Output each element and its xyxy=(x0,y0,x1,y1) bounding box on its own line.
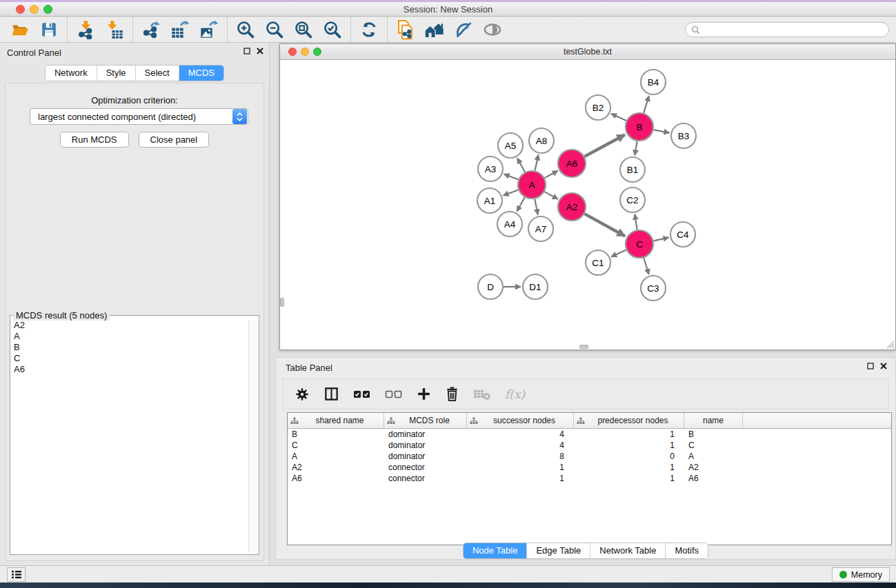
cell-predecessor-nodes[interactable]: 1 xyxy=(574,429,684,439)
graph-edge-A-A6[interactable] xyxy=(545,171,558,178)
mcds-result-item[interactable]: A xyxy=(14,331,248,342)
cell-shared-name[interactable]: C xyxy=(288,440,384,450)
column-header-name[interactable]: name xyxy=(684,413,743,428)
graph-node-A7[interactable]: A7 xyxy=(528,216,553,241)
show-hide-button[interactable] xyxy=(478,18,507,41)
cell-MCDS-role[interactable]: dominator xyxy=(384,452,467,461)
table-row-A6[interactable]: A6connector11A6 xyxy=(288,473,891,484)
cell-shared-name[interactable]: A2 xyxy=(288,463,384,472)
graph-edge-A-A5[interactable] xyxy=(517,158,525,172)
clear-selection-icon[interactable] xyxy=(385,389,403,400)
mcds-result-list[interactable]: A2ABCA6 xyxy=(11,320,248,554)
cell-predecessor-nodes[interactable]: 1 xyxy=(574,474,684,483)
table-row-B[interactable]: Bdominator41B xyxy=(288,429,891,440)
cell-name[interactable]: B xyxy=(684,429,743,439)
cell-successor-nodes[interactable]: 4 xyxy=(467,440,574,450)
column-header-MCDS-role[interactable]: MCDS role xyxy=(384,413,467,428)
table-settings-icon[interactable] xyxy=(295,387,310,402)
table-header-row[interactable]: shared nameMCDS rolesuccessor nodesprede… xyxy=(288,413,891,429)
mcds-result-item[interactable]: B xyxy=(14,342,248,353)
cell-name[interactable]: A2 xyxy=(684,463,743,472)
cell-shared-name[interactable]: B xyxy=(288,429,384,439)
network-window-titlebar[interactable]: testGlobe.txt xyxy=(280,44,895,60)
graph-node-A1[interactable]: A1 xyxy=(477,188,502,213)
tab-style[interactable]: Style xyxy=(97,65,136,81)
search-input[interactable] xyxy=(700,24,883,35)
graph-node-A8[interactable]: A8 xyxy=(529,128,554,153)
mcds-result-item[interactable]: C xyxy=(14,353,248,364)
tab-motifs[interactable]: Motifs xyxy=(666,543,708,558)
cell-shared-name[interactable]: A xyxy=(288,452,384,461)
graph-edge-C-C2[interactable] xyxy=(635,214,637,230)
zoom-selected-button[interactable] xyxy=(318,18,347,41)
float-panel-icon[interactable] xyxy=(243,48,250,54)
cell-successor-nodes[interactable]: 8 xyxy=(467,452,574,461)
tab-network[interactable]: Network xyxy=(46,65,97,81)
graph-node-A2[interactable]: A2 xyxy=(558,193,586,221)
tab-mcds[interactable]: MCDS xyxy=(179,65,223,81)
cell-predecessor-nodes[interactable]: 1 xyxy=(574,463,684,472)
open-session-button[interactable] xyxy=(6,18,34,41)
task-history-button[interactable] xyxy=(7,567,26,582)
column-header-successor-nodes[interactable]: successor nodes xyxy=(467,413,574,428)
export-network-button[interactable] xyxy=(137,18,166,41)
cell-predecessor-nodes[interactable]: 0 xyxy=(574,452,684,461)
graph-node-C[interactable]: C xyxy=(626,230,653,258)
graph-edge-A-A8[interactable] xyxy=(535,155,538,171)
graph-node-A4[interactable]: A4 xyxy=(497,212,522,236)
graph-node-B4[interactable]: B4 xyxy=(641,70,666,94)
cell-successor-nodes[interactable]: 1 xyxy=(467,463,574,472)
run-mcds-button[interactable]: Run MCDS xyxy=(60,132,129,148)
cell-MCDS-role[interactable]: connector xyxy=(384,474,467,483)
graph-edge-B-B2[interactable] xyxy=(611,114,626,121)
select-all-icon[interactable] xyxy=(353,389,371,400)
close-panel-icon[interactable] xyxy=(880,363,887,369)
table-row-A2[interactable]: A2connector11A2 xyxy=(288,462,891,473)
graph-edge-A-A1[interactable] xyxy=(504,190,519,195)
graphics-details-button[interactable] xyxy=(449,18,478,41)
network-hscrollbar[interactable] xyxy=(579,345,588,349)
graph-edge-C-C4[interactable] xyxy=(653,238,668,241)
graph-edge-A-A2[interactable] xyxy=(544,192,557,199)
graph-edge-C-C1[interactable] xyxy=(611,250,626,257)
resize-grip-icon[interactable] xyxy=(885,339,895,349)
graph-node-C1[interactable]: C1 xyxy=(586,250,610,275)
graph-edge-A-A4[interactable] xyxy=(517,197,524,211)
add-column-icon[interactable] xyxy=(417,387,431,401)
cell-MCDS-role[interactable]: dominator xyxy=(384,440,467,450)
export-table-button[interactable] xyxy=(166,18,195,41)
graph-node-B1[interactable]: B1 xyxy=(620,157,645,182)
graph-node-A[interactable]: A xyxy=(518,171,546,199)
graph-node-B[interactable]: B xyxy=(626,113,653,141)
session-home-button[interactable] xyxy=(420,18,449,41)
graph-node-A6[interactable]: A6 xyxy=(558,150,586,177)
cell-name[interactable]: C xyxy=(684,440,743,450)
mcds-result-item[interactable]: A6 xyxy=(14,364,248,375)
graph-edge-A2-C[interactable] xyxy=(584,214,625,236)
cell-name[interactable]: A xyxy=(684,452,743,461)
cell-successor-nodes[interactable]: 4 xyxy=(467,429,574,439)
graph-node-B3[interactable]: B3 xyxy=(671,123,696,148)
tab-network-table[interactable]: Network Table xyxy=(590,543,666,558)
graph-node-C3[interactable]: C3 xyxy=(641,276,666,301)
export-image-button[interactable] xyxy=(195,18,223,41)
show-columns-icon[interactable] xyxy=(323,386,339,402)
new-network-from-selection-button[interactable] xyxy=(391,18,420,41)
search-field[interactable] xyxy=(685,22,889,37)
import-table-button[interactable] xyxy=(100,18,129,41)
float-panel-icon[interactable] xyxy=(867,363,874,369)
refresh-button[interactable] xyxy=(355,18,384,41)
delete-icon[interactable] xyxy=(445,386,459,402)
graph-node-C4[interactable]: C4 xyxy=(670,222,695,247)
graph-edge-A6-B[interactable] xyxy=(584,134,624,156)
memory-button[interactable]: Memory xyxy=(832,567,890,582)
function-builder-icon[interactable]: f(x) xyxy=(505,387,525,401)
graph-edge-B-B4[interactable] xyxy=(644,96,649,113)
graph-edge-C-C3[interactable] xyxy=(644,258,648,274)
save-session-button[interactable] xyxy=(34,18,63,41)
result-scrollbar[interactable] xyxy=(248,320,258,554)
cell-MCDS-role[interactable]: dominator xyxy=(384,429,467,439)
graph-node-D[interactable]: D xyxy=(478,274,503,299)
graph-node-D1[interactable]: D1 xyxy=(523,274,548,299)
cell-successor-nodes[interactable]: 1 xyxy=(467,474,574,483)
